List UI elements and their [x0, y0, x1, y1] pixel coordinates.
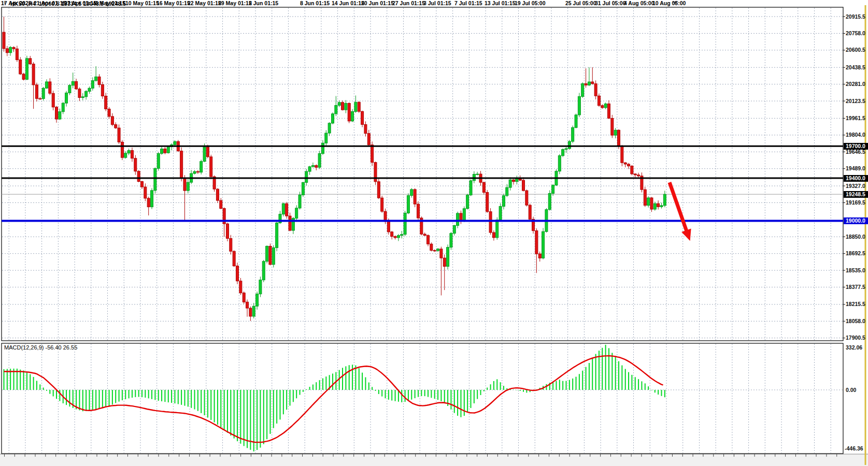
candle-body	[75, 81, 78, 89]
candle-body	[437, 249, 439, 251]
candle-body	[131, 151, 133, 158]
price-axis-label[interactable]: 18535.0	[846, 267, 865, 273]
candle-body	[637, 175, 640, 176]
candle-body	[262, 261, 265, 280]
candle-body	[272, 247, 275, 264]
time-axis-label[interactable]: 29 May 01:15	[218, 0, 252, 6]
candle-body	[124, 153, 127, 157]
candle-body	[509, 180, 511, 187]
candle-body	[62, 103, 64, 112]
price-axis-label[interactable]: 19327.0	[846, 183, 865, 189]
macd-axis-min-label[interactable]: -446.36	[845, 445, 863, 452]
candle-body	[394, 237, 396, 238]
time-axis-strip[interactable]	[0, 454, 868, 466]
candle-body	[443, 258, 446, 266]
price-axis-label[interactable]: 19804.0	[846, 132, 865, 138]
candle-body	[650, 198, 653, 209]
candle-body	[427, 236, 430, 244]
price-axis-label[interactable]: 17900.5	[846, 334, 865, 341]
time-axis-label[interactable]: 14 Jun 01:15	[332, 0, 364, 6]
candle-body	[624, 163, 627, 164]
time-axis-label[interactable]: 7 Jul 01:15	[454, 0, 482, 6]
time-axis-label[interactable]: 4 Aug 05:00	[624, 0, 654, 6]
macd-panel-border	[2, 343, 843, 454]
macd-indicator-label: MACD(12,26,9) -56.40 26.55	[4, 344, 77, 351]
candle-body	[351, 111, 354, 121]
candle-body	[108, 109, 110, 116]
candle-body	[32, 64, 35, 85]
price-axis-label[interactable]: 18058.0	[846, 318, 865, 324]
candle-body	[243, 293, 245, 302]
candle-body	[604, 104, 607, 107]
price-axis-label[interactable]: 18692.5	[846, 250, 865, 256]
candle-body	[88, 88, 91, 91]
candle-body	[562, 150, 564, 156]
time-axis-label[interactable]: 10 Aug 05:00	[652, 0, 686, 6]
candle-body	[134, 158, 137, 171]
candle-body	[206, 147, 209, 157]
candle-body	[492, 232, 495, 238]
price-axis-label[interactable]: 18850.0	[846, 234, 865, 240]
time-axis-label[interactable]: 10 May 01:15	[125, 0, 159, 6]
candle-body	[203, 147, 206, 162]
candle-body	[341, 103, 344, 110]
candle-body	[286, 203, 288, 216]
candle-body	[542, 231, 545, 258]
time-axis-label[interactable]: 19 Jul 05:00	[515, 0, 546, 6]
candle-body	[634, 174, 636, 175]
candle-body	[55, 107, 58, 119]
price-axis-label[interactable]: 20600.5	[846, 47, 865, 53]
candle-body	[12, 47, 15, 49]
candle-body	[154, 168, 156, 191]
time-axis-label[interactable]: 25 Jul 05:00	[565, 0, 596, 6]
candle-body	[256, 294, 259, 307]
candle-body	[266, 246, 268, 261]
candle-body	[325, 133, 328, 143]
candle-body	[585, 84, 587, 85]
price-axis-label[interactable]: 19961.5	[846, 115, 865, 121]
symbol-dropdown-icon[interactable]: ▼	[3, 1, 7, 6]
macd-histogram	[4, 345, 665, 452]
candle-body	[230, 239, 232, 252]
time-axis-label[interactable]: 13 Jul 01:15	[485, 0, 516, 6]
candle-body	[216, 189, 219, 200]
price-axis-label[interactable]: 20915.5	[846, 13, 865, 20]
price-axis-label[interactable]: 18215.5	[846, 301, 865, 307]
candle-body	[482, 182, 485, 192]
candle-body	[552, 185, 554, 194]
candle-body	[565, 149, 567, 150]
price-axis-label[interactable]: 19169.5	[846, 199, 865, 206]
price-axis-label[interactable]: 20438.5	[846, 64, 865, 70]
candle-body	[65, 93, 68, 103]
candle-body	[321, 143, 324, 153]
time-axis-label[interactable]: 8 Jun 01:15	[300, 0, 330, 6]
time-axis-label[interactable]: 16 May 01:15	[156, 0, 190, 6]
candle-body	[568, 141, 571, 149]
macd-axis-max-label[interactable]: 332.06	[846, 344, 862, 351]
price-axis-label[interactable]: 20758.0	[846, 30, 865, 36]
price-tag-19400.0: 19400.0	[844, 175, 868, 182]
price-axis-label[interactable]: 19489.0	[846, 165, 865, 171]
price-axis-label[interactable]: 20123.5	[846, 98, 865, 104]
time-axis-label[interactable]: 22 May 01:15	[188, 0, 221, 6]
candle-body	[558, 156, 561, 171]
time-axis-label[interactable]: 2 Jun 01:15	[249, 0, 278, 6]
candle-body	[249, 308, 252, 316]
price-axis-label[interactable]: 18377.5	[846, 284, 865, 290]
trend-arrow-shaft[interactable]	[670, 182, 688, 234]
time-axis-label[interactable]: 27 Jun 01:15	[392, 0, 425, 6]
macd-axis-zero-label[interactable]: 0.00	[846, 387, 856, 393]
candle-body	[19, 60, 22, 74]
chart-canvas[interactable]	[0, 0, 868, 466]
time-axis-label[interactable]: 31 Jul 05:00	[595, 0, 626, 6]
candle-body	[335, 106, 337, 114]
time-axis-label[interactable]: 20 Jun 01:15	[361, 0, 394, 6]
candle-body	[78, 89, 81, 98]
candle-body	[453, 225, 456, 233]
time-axis-label[interactable]: 3 Jul 01:15	[423, 0, 451, 6]
candle-body	[144, 187, 147, 198]
candle-body	[391, 232, 393, 237]
candle-body	[137, 171, 140, 182]
price-axis-label[interactable]: 20281.0	[846, 81, 865, 87]
candle-body	[644, 190, 646, 205]
